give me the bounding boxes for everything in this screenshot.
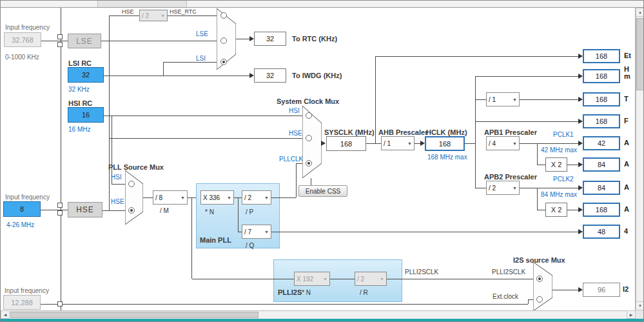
apb2-timer-clock-box: 168 bbox=[583, 203, 620, 217]
chevron-down-icon: ▼ bbox=[380, 277, 384, 281]
to-iwdg-label: To IWDG (KHz) bbox=[292, 72, 342, 79]
lse-input-frequency-label: Input frequency bbox=[5, 24, 50, 31]
iwdg-clock-box: 32 bbox=[254, 68, 286, 83]
plli2s-n-label: * N bbox=[302, 289, 311, 296]
tab-edge[interactable] bbox=[97, 1, 187, 7]
radio-i2s-ext-clock[interactable] bbox=[536, 296, 543, 303]
arrow bbox=[578, 54, 583, 59]
pll-n-label: * N bbox=[205, 208, 214, 216]
pll-p-divider-select[interactable]: / 2 ▼ bbox=[242, 190, 271, 205]
hse-input-frequency-field[interactable]: 8 bbox=[3, 201, 41, 217]
wire bbox=[520, 99, 578, 100]
chevron-down-icon: ▼ bbox=[512, 186, 517, 190]
ahb-bus-clock-box: 168 bbox=[583, 69, 620, 83]
wire bbox=[475, 121, 579, 122]
wire bbox=[475, 99, 486, 100]
sysmux-hsi-label: HSI bbox=[289, 107, 300, 114]
value: X 192 bbox=[297, 276, 313, 283]
system-clock-mux-title: System Clock Mux bbox=[277, 97, 339, 105]
cortex-timer-clock-label: T bbox=[624, 96, 629, 103]
radio-rtc-lsi[interactable] bbox=[220, 59, 227, 65]
wire bbox=[109, 15, 139, 16]
scroll-left-icon: ◀ bbox=[4, 312, 7, 317]
value: / 1 bbox=[384, 140, 391, 147]
wire bbox=[537, 143, 538, 165]
radio-pll-hsi[interactable] bbox=[128, 181, 135, 187]
cortex-timer-divider-select[interactable]: / 1 ▼ bbox=[486, 92, 520, 106]
scroll-down-icon: ▼ bbox=[638, 304, 642, 308]
arrow bbox=[578, 162, 583, 167]
radio-rtc-lse[interactable] bbox=[220, 37, 227, 44]
arrow bbox=[578, 119, 583, 124]
hclk-max-label: 168 MHz max bbox=[427, 154, 467, 161]
chevron-down-icon: ▼ bbox=[181, 196, 185, 200]
apb2-prescaler-select[interactable]: / 2 ▼ bbox=[486, 181, 520, 195]
radio-sys-hsi[interactable] bbox=[306, 112, 312, 119]
chevron-down-icon: ▼ bbox=[323, 277, 327, 281]
wire bbox=[191, 197, 192, 279]
pin-connector bbox=[57, 301, 63, 307]
chevron-down-icon: ▼ bbox=[161, 14, 165, 18]
wire bbox=[366, 143, 381, 144]
pll-q-divider-select[interactable]: / 7 ▼ bbox=[242, 225, 271, 239]
radio-pll-hse[interactable] bbox=[128, 207, 135, 214]
wire bbox=[537, 188, 538, 210]
wire bbox=[475, 76, 476, 188]
hse-range-label: 4-26 MHz bbox=[6, 221, 34, 228]
pllmux-hse-label: HSE bbox=[111, 198, 124, 205]
ahb-bus-clock-label: H m bbox=[624, 66, 630, 80]
arrow bbox=[249, 36, 254, 41]
i2s-input-frequency-field: 12.288 bbox=[3, 295, 41, 310]
wire bbox=[465, 143, 475, 144]
pin-connector bbox=[57, 210, 63, 216]
arrow bbox=[578, 229, 583, 234]
scroll-up-button[interactable]: ▲ bbox=[636, 8, 644, 17]
i2s-clock-box: 96 bbox=[583, 283, 620, 297]
wire bbox=[475, 76, 579, 77]
value: / 7 bbox=[244, 228, 251, 236]
lsi-value-box[interactable]: 32 bbox=[68, 67, 104, 83]
sysclk-label: SYSCLK (MHz) bbox=[324, 128, 375, 136]
sysclk-value-box: 168 bbox=[326, 136, 366, 151]
enable-css-button[interactable]: Enable CSS bbox=[298, 185, 347, 197]
wire bbox=[109, 15, 110, 210]
vertical-scrollbar-thumb[interactable] bbox=[636, 18, 644, 90]
ahb-prescaler-select[interactable]: / 1 ▼ bbox=[381, 136, 415, 150]
hsi-value-box[interactable]: 16 bbox=[68, 107, 104, 123]
wire bbox=[236, 39, 249, 39]
radio-sys-pllclk[interactable] bbox=[306, 160, 312, 166]
clock-diagram-canvas[interactable]: Input frequency 32.768 0-1000 KHz LSE LS… bbox=[1, 1, 636, 310]
arrow bbox=[420, 141, 425, 146]
wire bbox=[475, 188, 486, 188]
horizontal-scrollbar-thumb[interactable] bbox=[10, 312, 259, 318]
value: / 1 bbox=[489, 96, 496, 103]
ahb-prescaler-label: AHB Prescaler bbox=[378, 128, 427, 136]
value: / 2 bbox=[357, 276, 364, 283]
pclk2-max-label: 84 MHz max bbox=[541, 191, 577, 198]
wire bbox=[104, 116, 302, 116]
scroll-down-button[interactable]: ▼ bbox=[636, 301, 644, 310]
wire bbox=[528, 299, 529, 304]
pll-m-divider-select[interactable]: / 8 ▼ bbox=[153, 190, 188, 205]
wire bbox=[163, 62, 217, 63]
value: / 2 bbox=[489, 185, 496, 192]
pclk1-max-label: 42 MHz max bbox=[541, 146, 577, 154]
scroll-right-button[interactable]: ▶ bbox=[627, 310, 636, 319]
i2s-clock-label: I2 bbox=[623, 286, 629, 293]
pll-n-multiplier-select[interactable]: X 336 ▼ bbox=[200, 190, 234, 205]
wire bbox=[537, 165, 545, 165]
plli2s-r-label: / R bbox=[360, 289, 368, 296]
radio-rtc-hse[interactable] bbox=[220, 12, 227, 19]
wire bbox=[296, 163, 297, 197]
radio-sys-hse[interactable] bbox=[306, 135, 312, 141]
lsi-freq-label: 32 KHz bbox=[68, 86, 90, 93]
apb1-prescaler-select[interactable]: / 4 ▼ bbox=[486, 136, 520, 150]
radio-i2s-plli2sclk[interactable] bbox=[536, 276, 543, 282]
scroll-left-button[interactable]: ◀ bbox=[1, 310, 10, 319]
wire bbox=[520, 188, 578, 188]
pin-connector bbox=[57, 203, 63, 208]
to-rtc-label: To RTC (KHz) bbox=[292, 35, 337, 43]
wire bbox=[112, 184, 125, 185]
lse-range-label: 0-1000 KHz bbox=[5, 54, 39, 61]
arrow bbox=[578, 207, 583, 212]
